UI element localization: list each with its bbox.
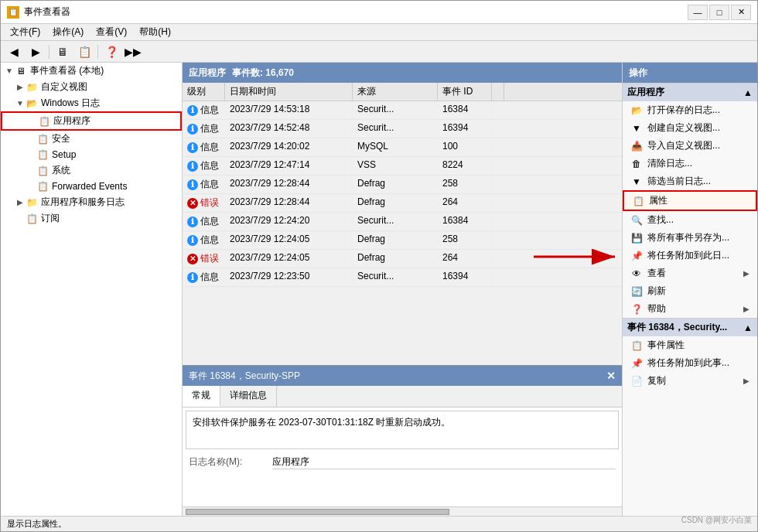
col-level[interactable]: 级别	[183, 83, 225, 101]
action-item[interactable]: 🔄 刷新	[623, 282, 757, 300]
tree-app-service-logs[interactable]: ▶ 📁 应用程序和服务日志	[1, 194, 182, 210]
menu-view[interactable]: 查看(V)	[90, 24, 133, 40]
cell-eventid: 8224	[438, 157, 492, 175]
tree-setup[interactable]: 📋 Setup	[1, 147, 182, 162]
info-icon: ℹ	[187, 105, 198, 116]
action-label: 事件属性	[647, 339, 749, 352]
cell-eventid: 258	[438, 231, 492, 249]
info-icon: ℹ	[187, 179, 198, 190]
close-button[interactable]: ✕	[731, 5, 751, 20]
actions-section-header-0[interactable]: 应用程序▲	[623, 83, 757, 101]
tree-security-label: 安全	[52, 132, 70, 145]
tree-root-arrow: ▼	[4, 66, 15, 75]
tab-detail[interactable]: 详细信息	[220, 386, 277, 407]
action-item[interactable]: 📂 打开保存的日志...	[623, 101, 757, 119]
table-body: ℹ信息 2023/7/29 14:53:18 Securit... 16384 …	[183, 101, 622, 365]
cell-eventid: 258	[438, 176, 492, 193]
actions-section-header-1[interactable]: 事件 16384，Security...▲	[623, 318, 757, 336]
cell-source: Securit...	[353, 213, 438, 230]
action-item[interactable]: 📋 事件属性	[623, 336, 757, 354]
col-datetime[interactable]: 日期和时间	[225, 83, 353, 101]
event-list-count: 事件数: 16,670	[232, 66, 294, 80]
table-row[interactable]: ℹ信息 2023/7/29 12:24:20 Securit... 16384	[183, 213, 622, 231]
minimize-button[interactable]: —	[688, 5, 708, 20]
tree-forwarded-events[interactable]: 📋 Forwarded Events	[1, 179, 182, 194]
tree-custom-views-label: 自定义视图	[41, 80, 87, 94]
maximize-button[interactable]: □	[709, 5, 729, 20]
cell-datetime: 2023/7/29 12:24:05	[225, 231, 353, 249]
cell-datetime: 2023/7/29 12:24:20	[225, 213, 353, 230]
cell-source: Defrag	[353, 176, 438, 193]
detail-scrollbar[interactable]	[183, 506, 622, 516]
status-bar: 显示日志属性。	[1, 516, 757, 531]
action-item[interactable]: 📌 将任务附加到此日...	[623, 247, 757, 264]
action-item[interactable]: 📥 导入自定义视图...	[623, 137, 757, 155]
table-row[interactable]: ℹ信息 2023/7/29 12:23:50 Securit... 16394	[183, 268, 622, 287]
tree-windows-log[interactable]: ▼ 📂 Windows 日志	[1, 95, 182, 111]
cell-level: ℹ信息	[183, 231, 225, 249]
tree-forwarded-events-label: Forwarded Events	[52, 181, 127, 192]
tree-security[interactable]: 📋 安全	[1, 131, 182, 147]
action-label: 筛选当前日志...	[647, 175, 749, 188]
tree-app-service-logs-icon: 📁	[26, 196, 38, 209]
col-scroll	[492, 83, 504, 101]
table-row[interactable]: ℹ信息 2023/7/29 12:47:14 VSS 8224	[183, 157, 622, 176]
detail-content: 安排软件保护服务在 2023-07-30T01:31:18Z 时重新启动成功。 …	[183, 408, 622, 516]
table-row[interactable]: ℹ信息 2023/7/29 12:24:05 Defrag 258	[183, 231, 622, 250]
help-button[interactable]: ❓	[101, 43, 121, 61]
col-source[interactable]: 来源	[353, 83, 438, 101]
action-item[interactable]: 🗑 清除日志...	[623, 155, 757, 172]
actions-body: 应用程序▲ 📂 打开保存的日志... ▼ 创建自定义视图... 📥 导入自定义视…	[623, 83, 757, 516]
menu-file[interactable]: 文件(F)	[4, 24, 46, 40]
tree-subscription-label: 订阅	[41, 212, 60, 225]
table-row[interactable]: ℹ信息 2023/7/29 14:53:18 Securit... 16384	[183, 101, 622, 120]
tree-custom-views-arrow: ▶	[15, 83, 26, 91]
run-button[interactable]: ▶▶	[123, 43, 143, 61]
section-label: 事件 16384，Security...	[627, 321, 727, 334]
tree-application[interactable]: 📋 应用程序	[1, 111, 182, 131]
tree-windows-log-icon: 📂	[26, 97, 38, 110]
error-icon: ✕	[187, 198, 198, 209]
cell-level: ℹ信息	[183, 213, 225, 230]
back-button[interactable]: ◀	[4, 43, 24, 61]
action-item[interactable]: ▼ 筛选当前日志...	[623, 172, 757, 190]
tab-general[interactable]: 常规	[183, 386, 220, 407]
menu-help[interactable]: 帮助(H)	[133, 24, 177, 40]
action-item[interactable]: 💾 将所有事件另存为...	[623, 229, 757, 247]
table-row[interactable]: ℹ信息 2023/7/29 12:28:44 Defrag 258	[183, 176, 622, 194]
forward-button[interactable]: ▶	[26, 43, 46, 61]
action-item[interactable]: 📋 属性	[623, 190, 757, 211]
table-row[interactable]: ℹ信息 2023/7/29 14:20:02 MySQL 100	[183, 138, 622, 157]
detail-tabs: 常规 详细信息	[183, 386, 622, 408]
action-label: 查找...	[647, 213, 749, 227]
action-label: 将所有事件另存为...	[647, 231, 749, 244]
tree-windows-log-arrow: ▼	[15, 99, 26, 107]
action-item[interactable]: ▼ 创建自定义视图...	[623, 119, 757, 137]
new-window-button[interactable]: 📋	[74, 43, 94, 61]
col-eventid[interactable]: 事件 ID	[438, 83, 492, 101]
show-hide-console-button[interactable]: 🖥	[53, 43, 73, 61]
menu-action[interactable]: 操作(A)	[46, 24, 90, 40]
tree-system-icon: 📋	[36, 165, 49, 177]
info-icon: ℹ	[187, 272, 198, 283]
action-item[interactable]: 👁 查看 ▶	[623, 264, 757, 282]
action-icon: 📋	[632, 195, 644, 207]
tree-app-service-logs-label: 应用程序和服务日志	[41, 196, 125, 209]
action-icon: 👁	[630, 268, 643, 280]
tree-root[interactable]: ▼ 🖥 事件查看器 (本地)	[1, 63, 182, 79]
tree-system[interactable]: 📋 系统	[1, 162, 182, 179]
action-item[interactable]: ❓ 帮助 ▶	[623, 300, 757, 318]
action-item[interactable]: 📌 将任务附加到此事...	[623, 354, 757, 372]
table-row[interactable]: ✕错误 2023/7/29 12:24:05 Defrag 264	[183, 250, 622, 268]
toolbar-separator-2	[97, 45, 98, 59]
tree-custom-views[interactable]: ▶ 📁 自定义视图	[1, 79, 182, 95]
action-item[interactable]: 🔍 查找...	[623, 211, 757, 229]
toolbar: ◀ ▶ 🖥 📋 ❓ ▶▶	[1, 41, 757, 63]
event-list-title: 应用程序	[189, 66, 226, 80]
detail-close-button[interactable]: ✕	[606, 370, 616, 382]
table-row[interactable]: ℹ信息 2023/7/29 14:52:48 Securit... 16394	[183, 120, 622, 138]
tree-subscription-icon: 📋	[26, 213, 38, 225]
action-item[interactable]: 📄 复制 ▶	[623, 372, 757, 390]
table-row[interactable]: ✕错误 2023/7/29 12:28:44 Defrag 264	[183, 194, 622, 213]
tree-subscription[interactable]: 📋 订阅	[1, 210, 182, 227]
